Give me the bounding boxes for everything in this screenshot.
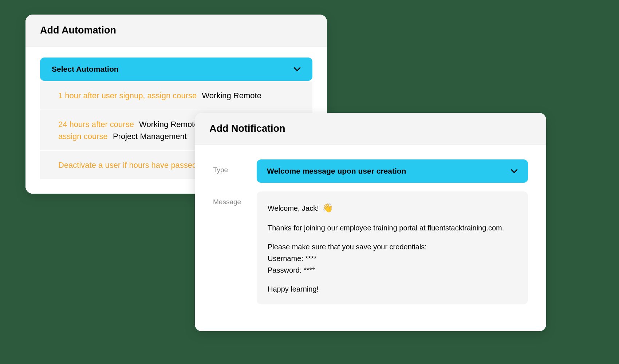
message-line: Please make sure that you save your cred…: [268, 241, 517, 253]
automation-card-header: Add Automation: [25, 15, 327, 47]
automation-option[interactable]: 1 hour after user signup, assign course …: [40, 82, 312, 110]
automation-title: Add Automation: [40, 25, 312, 36]
message-username: Username: ****: [268, 253, 517, 264]
option-highlight: 24 hours after course: [58, 120, 134, 129]
option-highlight: 1 hour after user signup, assign course: [58, 91, 197, 100]
option-value: Working Remote: [139, 120, 198, 129]
type-selected-value: Welcome message upon user creation: [267, 167, 406, 175]
add-notification-card: Add Notification Type Welcome message up…: [195, 113, 546, 331]
option-value: Project Management: [113, 132, 187, 141]
type-dropdown[interactable]: Welcome message upon user creation: [257, 159, 528, 183]
select-automation-label: Select Automation: [52, 65, 119, 74]
message-password: Password: ****: [268, 264, 517, 276]
message-textarea[interactable]: Welcome, Jack! 👋 Thanks for joining our …: [257, 191, 528, 304]
option-highlight: Deactivate a user if hours have passed: [58, 161, 197, 170]
select-automation-dropdown[interactable]: Select Automation: [40, 58, 312, 81]
chevron-down-icon: [510, 169, 518, 173]
notification-title: Add Notification: [209, 123, 532, 134]
message-line: Thanks for joining our employee training…: [268, 222, 517, 234]
notification-card-body: Type Welcome message upon user creation …: [195, 145, 546, 331]
message-closing: Happy learning!: [268, 283, 517, 295]
chevron-down-icon: [293, 67, 301, 71]
option-value: Working Remote: [202, 91, 261, 100]
wave-icon: 👋: [322, 203, 333, 213]
option-highlight: assign course: [58, 132, 108, 141]
message-label: Message: [213, 191, 257, 206]
notification-card-header: Add Notification: [195, 113, 546, 145]
type-label: Type: [213, 159, 257, 174]
message-row: Message Welcome, Jack! 👋 Thanks for join…: [213, 191, 528, 304]
type-row: Type Welcome message upon user creation: [213, 159, 528, 183]
message-greeting: Welcome, Jack!: [268, 204, 319, 212]
